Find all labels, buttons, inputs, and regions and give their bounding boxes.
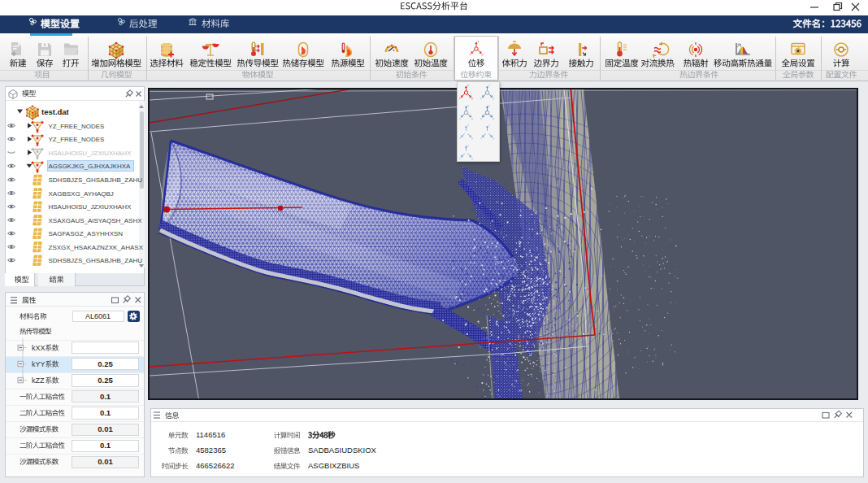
svg-text:x: x: [469, 52, 471, 56]
svg-text:z: z: [488, 103, 490, 107]
svg-text:z: z: [488, 83, 490, 87]
svg-text:HSAUHOISU_JZXIUXHAHX: HSAUHOISU_JZXIUXHAHX: [49, 150, 132, 157]
svg-text:4582365: 4582365: [196, 446, 226, 455]
svg-text:z: z: [467, 103, 469, 107]
svg-text:kXX: kXX: [32, 344, 46, 352]
svg-text:0.1: 0.1: [100, 408, 111, 417]
svg-text:1146516: 1146516: [196, 430, 225, 439]
svg-text:SAGFASGZ_ASYHHXSN: SAGFASGZ_ASYHHXSN: [49, 230, 124, 237]
svg-text:z: z: [478, 39, 480, 43]
svg-text:HSAUHOISU_JZXIUXHAHX: HSAUHOISU_JZXIUXHAHX: [49, 203, 132, 211]
svg-text:y: y: [471, 136, 473, 140]
svg-text:x: x: [459, 156, 461, 160]
svg-text:x: x: [480, 116, 482, 120]
svg-text:ASGBIXZBIUS: ASGBIXZBIUS: [308, 461, 359, 470]
svg-text:test.dat: test.dat: [41, 107, 70, 116]
svg-text:x: x: [480, 136, 482, 140]
svg-text:ZSXGX_HSAKAZNZXK_AHASX: ZSXGX_HSAKAZNZXK_AHASX: [49, 244, 144, 251]
svg-text:x: x: [459, 136, 461, 140]
svg-text:z: z: [467, 83, 469, 87]
svg-text:AL6061: AL6061: [85, 312, 111, 320]
svg-text:y: y: [493, 96, 494, 100]
svg-text:z: z: [488, 123, 490, 127]
svg-text:0.25: 0.25: [98, 359, 113, 368]
svg-text:x: x: [459, 116, 461, 120]
svg-text:AGSGKJKG_GJHXAJKHXA: AGSGKJKG_GJHXAJKHXA: [49, 163, 132, 170]
svg-text:0.01: 0.01: [98, 457, 113, 466]
svg-text:SADBASIUDSKIOX: SADBASIUDSKIOX: [308, 446, 377, 455]
svg-text:SDHSBJZS_GHSABJHB_ZAHU: SDHSBJZS_GHSABJHB_ZAHU: [49, 257, 143, 264]
svg-text:z: z: [467, 143, 469, 147]
svg-text:y: y: [471, 156, 473, 160]
svg-text:x: x: [459, 96, 461, 100]
svg-text:y: y: [471, 96, 473, 100]
svg-text:y: y: [471, 116, 473, 120]
svg-text:SDHSBJZS_GHSABJHB_ZAHU: SDHSBJZS_GHSABJHB_ZAHU: [49, 176, 143, 184]
svg-text:x: x: [480, 96, 482, 100]
svg-text:z: z: [467, 123, 469, 127]
svg-text:YZ_FREE_NODES: YZ_FREE_NODES: [49, 136, 105, 143]
svg-text:0.1: 0.1: [100, 392, 111, 401]
svg-text:kZZ: kZZ: [32, 376, 45, 385]
svg-text:0.1: 0.1: [100, 441, 111, 450]
svg-text:kYY: kYY: [32, 360, 46, 368]
svg-text:XSAXGAUS_AISYAQSH_ASHX: XSAXGAUS_AISYAQSH_ASHX: [49, 217, 143, 224]
svg-text:y: y: [481, 52, 483, 56]
svg-text:0.25: 0.25: [98, 376, 113, 385]
svg-text:YZ_FREE_NODES: YZ_FREE_NODES: [49, 123, 105, 130]
svg-text:XAGBSXG_AYHAQBJ: XAGBSXG_AYHAQBJ: [49, 190, 114, 198]
svg-text:0.01: 0.01: [98, 424, 113, 433]
svg-text:466526622: 466526622: [196, 461, 235, 470]
svg-text:y: y: [493, 116, 494, 120]
svg-text:y: y: [493, 136, 494, 140]
